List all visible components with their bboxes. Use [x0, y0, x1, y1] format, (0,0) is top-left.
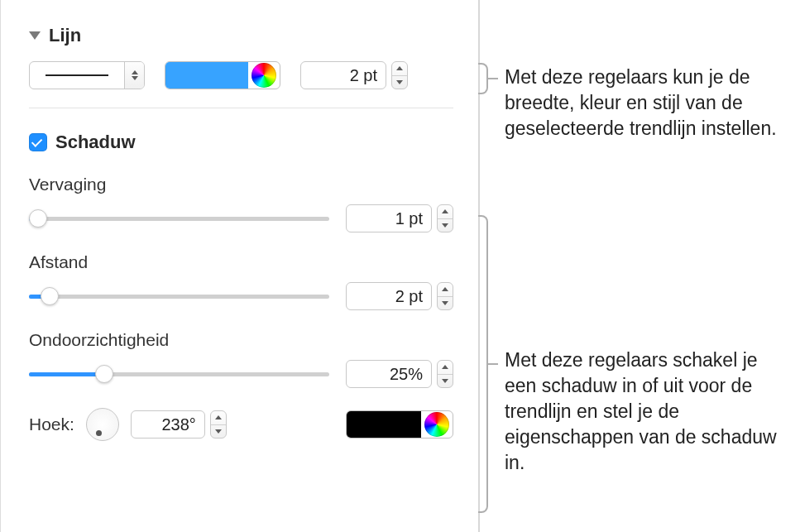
blur-input[interactable] — [346, 204, 432, 232]
shadow-color-swatch[interactable] — [347, 411, 421, 438]
disclosure-triangle-icon — [29, 31, 41, 40]
line-controls-row — [29, 61, 453, 89]
opacity-slider[interactable] — [29, 364, 329, 384]
color-wheel-icon[interactable] — [251, 63, 276, 88]
angle-label: Hoek: — [29, 415, 74, 434]
section-divider — [29, 108, 453, 108]
shadow-annotation-text: Met deze regelaars schakel je een schadu… — [505, 347, 792, 476]
opacity-input[interactable] — [346, 360, 432, 388]
checkmark-icon — [31, 136, 42, 146]
blur-label: Vervaging — [29, 175, 453, 194]
slider-thumb-icon[interactable] — [41, 287, 59, 305]
distance-input[interactable] — [346, 282, 432, 310]
stepper-down-icon[interactable] — [438, 296, 453, 310]
distance-slider[interactable] — [29, 286, 329, 306]
line-section-header[interactable]: Lijn — [29, 25, 453, 46]
line-style-select[interactable] — [29, 61, 145, 89]
annotations-column: Met deze regelaars kun je de breedte, kl… — [480, 0, 800, 532]
stepper-up-icon[interactable] — [438, 361, 453, 374]
angle-dot-icon — [96, 430, 102, 436]
stepper-up-icon[interactable] — [211, 411, 226, 424]
line-annotation-text: Met deze regelaars kun je de breedte, kl… — [505, 65, 792, 141]
distance-label: Afstand — [29, 252, 453, 272]
opacity-control: Ondoorzichtigheid — [29, 330, 453, 388]
angle-input[interactable] — [131, 410, 205, 439]
stepper-down-icon[interactable] — [438, 374, 453, 388]
callout-bracket-icon — [478, 63, 488, 94]
blur-control: Vervaging — [29, 175, 453, 232]
line-section-title: Lijn — [49, 25, 81, 46]
stepper-up-icon[interactable] — [438, 205, 453, 218]
shadow-checkbox[interactable] — [29, 133, 47, 151]
stepper-down-icon[interactable] — [211, 424, 226, 439]
opacity-stepper[interactable] — [437, 360, 453, 388]
line-sample-icon — [46, 74, 108, 76]
slider-thumb-icon[interactable] — [95, 365, 113, 383]
stepper-down-icon[interactable] — [392, 75, 407, 89]
blur-slider[interactable] — [29, 208, 329, 228]
line-width-stepper-buttons[interactable] — [391, 61, 408, 89]
line-color-swatch[interactable] — [165, 62, 248, 89]
line-color-well[interactable] — [165, 61, 280, 89]
opacity-label: Ondoorzichtigheid — [29, 330, 453, 350]
stepper-down-icon[interactable] — [438, 218, 453, 232]
line-width-input[interactable] — [300, 61, 386, 89]
color-wheel-icon[interactable] — [424, 412, 449, 437]
blur-stepper[interactable] — [437, 204, 453, 232]
distance-stepper[interactable] — [437, 282, 453, 310]
line-width-stepper — [300, 61, 408, 89]
stepper-up-icon[interactable] — [438, 283, 453, 296]
callout-bracket-icon — [478, 215, 488, 513]
shadow-color-well[interactable] — [346, 410, 453, 439]
angle-row: Hoek: — [29, 408, 453, 441]
shadow-toggle-row[interactable]: Schaduw — [29, 132, 453, 153]
distance-control: Afstand — [29, 252, 453, 310]
stepper-up-icon[interactable] — [392, 62, 407, 75]
inspector-panel: Lijn — [0, 0, 480, 532]
popup-arrows-icon — [124, 62, 144, 89]
angle-stepper[interactable] — [210, 410, 227, 439]
angle-dial[interactable] — [86, 408, 119, 441]
slider-thumb-icon[interactable] — [29, 209, 47, 228]
shadow-label: Schaduw — [55, 132, 136, 153]
